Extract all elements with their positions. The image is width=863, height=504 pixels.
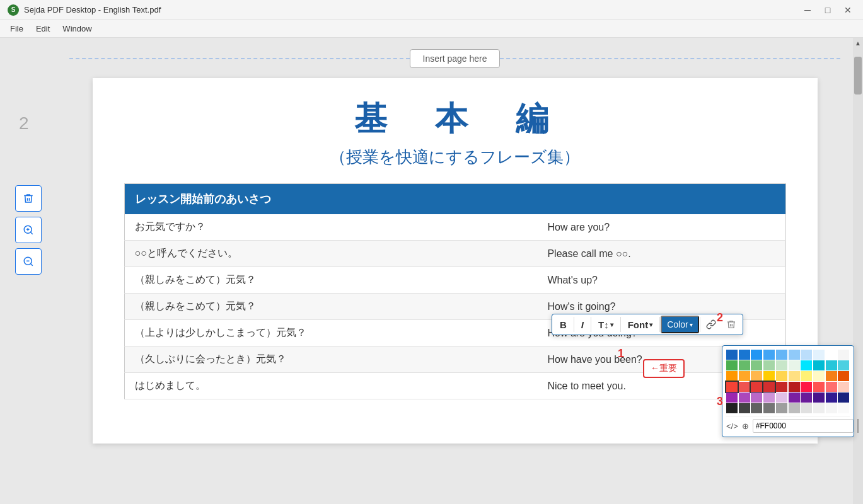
pdf-page: 基 本 編 （授業を快適にするフレーズ集） レッスン開始前のあいさつ お元気です… [93, 78, 818, 444]
color-cell[interactable] [838, 382, 849, 392]
scrollbar[interactable]: ▲ [853, 38, 863, 504]
menu-window[interactable]: Window [57, 23, 96, 35]
color-cell[interactable] [813, 392, 825, 403]
scrollbar-thumb[interactable] [854, 57, 862, 94]
color-cell[interactable] [751, 382, 762, 392]
font-dropdown-arrow: ▾ [649, 321, 652, 328]
color-cell[interactable] [826, 371, 837, 381]
color-cell[interactable] [776, 382, 787, 392]
delete-button[interactable] [721, 317, 741, 332]
color-cell[interactable] [801, 392, 812, 403]
color-cell[interactable] [826, 392, 837, 403]
color-cell[interactable] [776, 360, 787, 370]
color-cell[interactable] [726, 371, 738, 381]
color-cell[interactable] [838, 360, 849, 370]
color-cell[interactable] [838, 350, 849, 360]
color-cell[interactable] [751, 403, 762, 413]
color-cell[interactable] [801, 382, 812, 392]
color-cell[interactable] [751, 350, 762, 360]
color-cell[interactable] [813, 382, 825, 392]
insert-page-button[interactable]: Insert page here [410, 49, 501, 68]
title-bar: S Sejda PDF Desktop - English Text.pdf ─… [0, 0, 863, 20]
color-cell[interactable] [776, 350, 787, 360]
color-cell[interactable] [838, 392, 849, 403]
color-cell[interactable] [801, 350, 812, 360]
font-button[interactable]: Font ▾ [622, 317, 659, 333]
color-cell[interactable] [813, 371, 825, 381]
japanese-cell: （親しみをこめて）元気？ [124, 267, 537, 294]
color-cell[interactable] [801, 360, 812, 370]
color-cell[interactable] [751, 371, 762, 381]
color-cell[interactable] [739, 371, 750, 381]
zoom-out-button[interactable] [15, 248, 42, 275]
color-cell[interactable] [763, 350, 775, 360]
insert-page-line-right [500, 58, 840, 59]
color-cell[interactable] [776, 371, 787, 381]
color-cell[interactable] [801, 403, 812, 413]
page-title: 基 本 編 [124, 97, 786, 141]
italic-button[interactable]: I [575, 317, 590, 333]
color-cell[interactable] [726, 350, 738, 360]
color-cell[interactable] [813, 360, 825, 370]
color-cell[interactable] [726, 382, 738, 392]
color-cell[interactable] [813, 350, 825, 360]
color-cell[interactable] [763, 360, 775, 370]
target-icon[interactable]: ⊕ [742, 421, 749, 431]
color-cell[interactable] [739, 403, 750, 413]
color-swatch-preview[interactable] [857, 419, 859, 433]
zoom-in-button[interactable] [15, 217, 42, 243]
color-cell[interactable] [789, 371, 800, 381]
color-cell[interactable] [826, 360, 837, 370]
color-cell[interactable] [739, 392, 750, 403]
color-cell[interactable] [739, 382, 750, 392]
color-cell[interactable] [826, 382, 837, 392]
color-button[interactable]: Color ▾ [661, 316, 698, 333]
japanese-cell: （親しみをこめて）元気？ [124, 294, 537, 320]
color-cell[interactable] [726, 403, 738, 413]
color-cell[interactable] [826, 403, 837, 413]
menu-edit[interactable]: Edit [31, 23, 55, 35]
color-cell[interactable] [789, 360, 800, 370]
maximize-button[interactable]: □ [820, 3, 835, 18]
color-cell[interactable] [776, 403, 787, 413]
scroll-up-arrow[interactable]: ▲ [853, 38, 863, 48]
color-cell[interactable] [763, 403, 775, 413]
japanese-cell: お元気ですか？ [124, 214, 537, 241]
table-row: お元気ですか？ How are you? [124, 214, 785, 241]
code-icon[interactable]: </> [726, 421, 738, 431]
japanese-cell: （上よりは少しかしこまって）元気？ [124, 320, 537, 346]
color-picker-bottom: </> ⊕ [726, 416, 850, 433]
color-cell[interactable] [739, 360, 750, 370]
color-cell[interactable] [763, 371, 775, 381]
color-cell[interactable] [739, 350, 750, 360]
menu-file[interactable]: File [5, 23, 28, 35]
color-cell[interactable] [826, 350, 837, 360]
color-cell[interactable] [813, 403, 825, 413]
color-cell[interactable] [838, 403, 849, 413]
color-cell[interactable] [789, 392, 800, 403]
color-cell[interactable] [726, 360, 738, 370]
color-cell[interactable] [801, 371, 812, 381]
color-cell[interactable] [838, 371, 849, 381]
hex-input[interactable] [753, 419, 854, 433]
left-sidebar: 2 [0, 38, 57, 504]
annotation-callout: ←重要 [643, 359, 685, 378]
close-button[interactable]: ✕ [840, 3, 855, 18]
color-cell[interactable] [751, 392, 762, 403]
svg-line-1 [30, 232, 32, 234]
color-cell[interactable] [726, 392, 738, 403]
color-cell[interactable] [789, 350, 800, 360]
delete-page-button[interactable] [15, 185, 42, 212]
step-number-3: 3 [717, 395, 723, 408]
color-cell[interactable] [789, 403, 800, 413]
bold-button[interactable]: B [553, 317, 573, 333]
color-cell[interactable] [763, 392, 775, 403]
minimize-button[interactable]: ─ [800, 3, 815, 18]
color-cell[interactable] [751, 360, 762, 370]
color-cell[interactable] [763, 382, 775, 392]
color-cell[interactable] [776, 392, 787, 403]
color-cell[interactable] [789, 382, 800, 392]
table-row: （親しみをこめて）元気？ What's up? [124, 267, 785, 294]
page-number: 2 [19, 113, 29, 134]
font-size-button[interactable]: T↕ ▾ [592, 317, 620, 333]
